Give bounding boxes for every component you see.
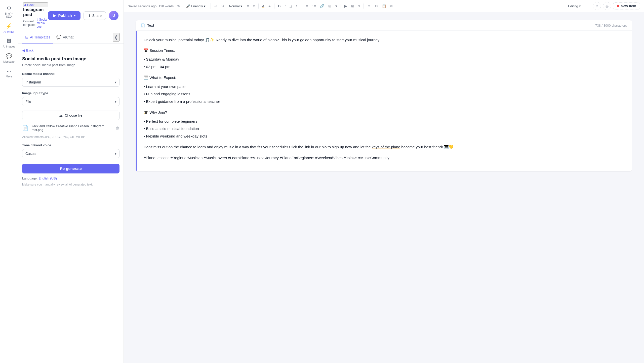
panel-tabs: ⊞ AI Templates 💬 AIChat ❮ bbox=[18, 31, 124, 43]
avatar[interactable]: U bbox=[109, 11, 118, 20]
collapse-panel-button[interactable]: ❮ bbox=[113, 33, 119, 41]
paste-button[interactable]: 📋 bbox=[380, 3, 388, 9]
image-icon: 🖼 bbox=[7, 38, 12, 44]
list-item: 02 pm - 04 pm bbox=[144, 63, 625, 71]
link-button[interactable]: 🔗 bbox=[318, 3, 326, 9]
align-chevron-button[interactable]: ▾ bbox=[252, 3, 256, 9]
text-color-button[interactable]: A bbox=[261, 3, 266, 9]
pencil-button[interactable]: ✏ bbox=[389, 3, 395, 9]
sidebar-item-message[interactable]: 💬 Message bbox=[1, 51, 17, 65]
microphone-icon: 🎤 bbox=[186, 4, 190, 8]
new-item-button[interactable]: New Item bbox=[613, 2, 640, 10]
ordered-list-button[interactable]: 1≡ bbox=[310, 3, 317, 9]
editor-card: 📄 Text 738 / 3000 characters Unlock your… bbox=[136, 20, 632, 171]
publish-button[interactable]: ▶ Publish ▾ bbox=[48, 11, 80, 20]
delete-file-button[interactable]: 🗑 bbox=[115, 126, 119, 130]
toolbar-status: Saved seconds ago 128 words 👁 🎤 Friendly… bbox=[128, 3, 211, 9]
file-upload-group: ☁ Choose file 📄 Black and Yellow Creativ… bbox=[22, 111, 119, 139]
play-icon: ▶ bbox=[53, 13, 56, 18]
bullet-list-button[interactable]: ≡ bbox=[304, 3, 309, 9]
sidebar-item-label: Brief + SEO bbox=[2, 12, 16, 18]
style-dropdown[interactable]: Normal ▾ bbox=[227, 3, 244, 9]
regenerate-button[interactable]: Re-generate bbox=[22, 164, 119, 173]
app-header: ◀ Back Instagram post Content template: … bbox=[18, 0, 124, 31]
file-formats: Allowed formats JPG, JPEG, PNG, GIF, WEB… bbox=[22, 135, 119, 139]
editor-area: 📄 Text 738 / 3000 characters Unlock your… bbox=[124, 12, 644, 363]
editor-toolbar: Saved seconds ago 128 words 👁 🎤 Friendly… bbox=[124, 0, 644, 12]
add-circle-button-2[interactable]: ◎ bbox=[603, 2, 611, 10]
highlight-button[interactable]: A bbox=[267, 3, 272, 9]
ai-notice: Make sure you manually review all AI gen… bbox=[22, 182, 119, 187]
intro-paragraph: Unlock your musical potential today! 🎵✨ … bbox=[144, 37, 625, 43]
avatar-image: U bbox=[109, 11, 118, 20]
emoji-button[interactable]: ☺ bbox=[366, 3, 372, 9]
chevron-left-icon: ◀ bbox=[24, 3, 26, 7]
editor-body[interactable]: Unlock your musical potential today! 🎵✨ … bbox=[136, 31, 632, 171]
main-area: Saved seconds ago 128 words 👁 🎤 Friendly… bbox=[124, 0, 644, 363]
more-icon: ··· bbox=[7, 68, 11, 74]
tone-select[interactable]: Casual Formal Friendly Professional bbox=[22, 149, 119, 158]
share-icon: ⬆ bbox=[88, 14, 91, 18]
table-insert-button[interactable]: ⊞ bbox=[350, 3, 356, 9]
more-options-button[interactable]: ··· bbox=[585, 3, 591, 9]
document-icon: 📄 bbox=[141, 23, 145, 27]
toolbar-divider-3 bbox=[302, 4, 302, 9]
table-insert-chevron[interactable]: ▾ bbox=[357, 3, 361, 9]
sidebar-item-label: AI Writer bbox=[4, 30, 14, 33]
tab-aichat[interactable]: 💬 AIChat bbox=[53, 31, 77, 43]
table-button[interactable]: ⊞ bbox=[327, 3, 333, 9]
back-button[interactable]: ◀ Back bbox=[23, 3, 48, 7]
image-input-type-select-wrapper: File URL ▾ bbox=[22, 97, 119, 106]
italic-button[interactable]: I bbox=[283, 3, 287, 9]
file-name: Black and Yellow Creative Piano Lesson I… bbox=[30, 124, 113, 132]
add-circle-button-1[interactable]: ⊕ bbox=[593, 2, 601, 10]
choose-file-button[interactable]: ☁ Choose file bbox=[22, 111, 119, 120]
tone-group: Tone / Brand voice Casual Formal Friendl… bbox=[22, 143, 119, 158]
session-times-list: Saturday & Monday 02 pm - 04 pm bbox=[144, 56, 625, 70]
cut-button[interactable]: ✂ bbox=[373, 3, 379, 9]
gear-icon: ⚙ bbox=[7, 5, 11, 11]
language-link[interactable]: English (US) bbox=[38, 176, 57, 180]
align-button[interactable]: ≡ bbox=[245, 3, 250, 9]
list-item: Build a solid musical foundation bbox=[144, 125, 625, 132]
sidebar-item-ai-images[interactable]: 🖼 AI Images bbox=[1, 36, 17, 50]
header-left: ◀ Back Instagram post Content template: … bbox=[23, 3, 48, 28]
redo-button[interactable]: ↪ bbox=[220, 3, 226, 9]
lightning-icon: ⚡ bbox=[6, 23, 12, 29]
share-button[interactable]: ⬆ Share bbox=[84, 11, 106, 20]
chevron-down-icon: ▾ bbox=[74, 14, 75, 17]
list-item: Perfect for complete beginners bbox=[144, 118, 625, 125]
undo-button[interactable]: ↩ bbox=[213, 3, 219, 9]
play-button[interactable]: ▶ bbox=[343, 3, 349, 9]
strikethrough-button[interactable]: S bbox=[295, 3, 300, 9]
image-input-type-select[interactable]: File URL bbox=[22, 97, 119, 106]
header-actions: ▶ Publish ▾ ⬆ Share U bbox=[48, 11, 118, 20]
sidebar-item-more[interactable]: ··· More bbox=[1, 66, 17, 80]
sidebar-item-brief-seo[interactable]: ⚙ Brief + SEO bbox=[1, 3, 17, 20]
tab-ai-templates[interactable]: ⊞ AI Templates bbox=[22, 31, 53, 43]
tone-dropdown[interactable]: 🎤 Friendly ▾ bbox=[184, 3, 208, 9]
panel-sidebar: ◀ Back Instagram post Content template: … bbox=[18, 0, 124, 363]
upload-icon: ☁ bbox=[59, 113, 63, 117]
file-item: 📄 Black and Yellow Creative Piano Lesson… bbox=[22, 123, 119, 133]
bold-button[interactable]: B bbox=[276, 3, 282, 9]
social-channel-select[interactable]: Instagram Facebook Twitter LinkedIn bbox=[22, 78, 119, 87]
sidebar-item-ai-writer[interactable]: ⚡ AI Writer bbox=[1, 21, 17, 35]
chevron-down-icon: ▾ bbox=[240, 4, 242, 8]
red-dot-icon bbox=[617, 5, 619, 7]
social-channel-select-wrapper: Instagram Facebook Twitter LinkedIn ▾ bbox=[22, 78, 119, 87]
table-chevron-button[interactable]: ▾ bbox=[334, 3, 339, 9]
visibility-button[interactable]: 👁 bbox=[176, 3, 182, 9]
template-link[interactable]: # Social media post bbox=[36, 18, 48, 28]
chat-bubble-icon: 💬 bbox=[56, 35, 61, 39]
editing-dropdown[interactable]: Editing ▾ bbox=[566, 3, 583, 9]
social-channel-group: Social media channel Instagram Facebook … bbox=[22, 72, 119, 87]
underline-button[interactable]: U bbox=[288, 3, 294, 9]
why-join-header: 🎓 Why Join? bbox=[144, 109, 625, 116]
list-item: Expert guidance from a professional teac… bbox=[144, 98, 625, 105]
back-to-templates-link[interactable]: ◀ Back bbox=[22, 49, 119, 52]
what-to-expect-header: 🎹 What to Expect: bbox=[144, 74, 625, 81]
social-channel-label: Social media channel bbox=[22, 72, 119, 76]
saved-status: Saved seconds ago bbox=[128, 4, 156, 8]
panel-content: ◀ Back Social media post from image Crea… bbox=[18, 43, 124, 363]
